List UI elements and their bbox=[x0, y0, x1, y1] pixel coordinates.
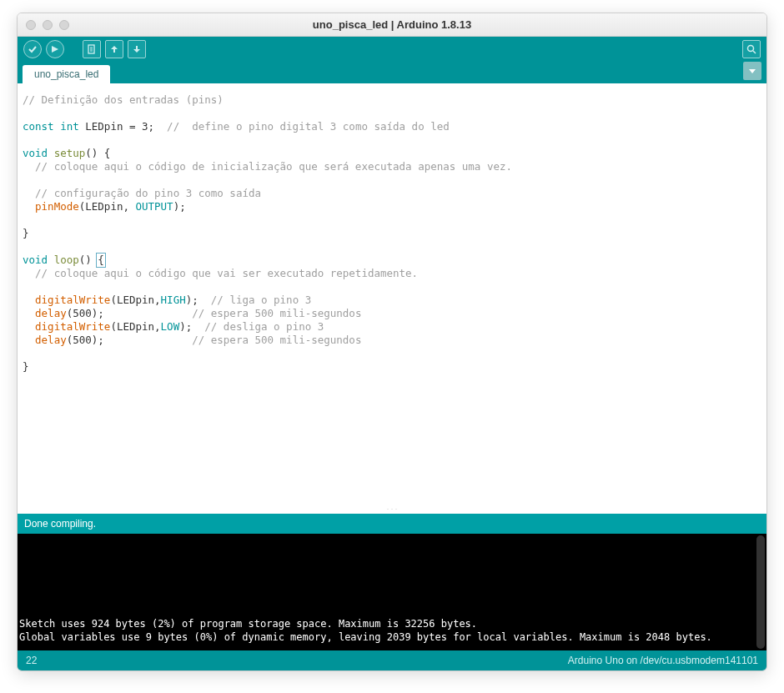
new-sketch-button[interactable] bbox=[82, 39, 102, 59]
serial-monitor-button[interactable] bbox=[741, 39, 761, 59]
tab-sketch[interactable]: uno_pisca_led bbox=[23, 65, 110, 83]
code-editor[interactable]: // Definição dos entradas (pins) const i… bbox=[18, 83, 766, 504]
svg-point-7 bbox=[748, 46, 754, 52]
open-sketch-button[interactable] bbox=[104, 39, 124, 59]
window-controls bbox=[26, 20, 69, 30]
maximize-window-button[interactable] bbox=[59, 20, 69, 30]
footer-bar: 22 Arduino Uno on /dev/cu.usbmodem141101 bbox=[18, 650, 766, 670]
svg-marker-9 bbox=[749, 69, 756, 73]
tab-label: uno_pisca_led bbox=[34, 68, 98, 80]
svg-marker-6 bbox=[133, 46, 140, 53]
status-message: Done compiling. bbox=[24, 518, 96, 530]
window-title: uno_pisca_led | Arduino 1.8.13 bbox=[18, 18, 766, 31]
board-info: Arduino Uno on /dev/cu.usbmodem141101 bbox=[568, 655, 758, 666]
pane-resize-handle[interactable]: · · · bbox=[18, 504, 766, 514]
save-sketch-button[interactable] bbox=[127, 39, 147, 59]
svg-marker-0 bbox=[52, 46, 58, 53]
verify-button[interactable] bbox=[23, 39, 43, 59]
tab-menu-button[interactable] bbox=[743, 62, 761, 80]
line-number: 22 bbox=[26, 655, 37, 666]
tab-row: uno_pisca_led bbox=[18, 62, 766, 83]
status-bar: Done compiling. bbox=[18, 514, 766, 534]
close-window-button[interactable] bbox=[26, 20, 36, 30]
toolbar bbox=[18, 37, 766, 62]
arduino-ide-window: uno_pisca_led | Arduino 1.8.13 bbox=[17, 13, 767, 671]
titlebar[interactable]: uno_pisca_led | Arduino 1.8.13 bbox=[18, 13, 766, 37]
upload-button[interactable] bbox=[45, 39, 65, 59]
console-scrollbar[interactable] bbox=[756, 535, 765, 649]
svg-line-8 bbox=[753, 51, 756, 53]
console-output[interactable]: Sketch uses 924 bytes (2%) of program st… bbox=[18, 534, 766, 650]
svg-marker-5 bbox=[111, 46, 118, 53]
minimize-window-button[interactable] bbox=[43, 20, 53, 30]
